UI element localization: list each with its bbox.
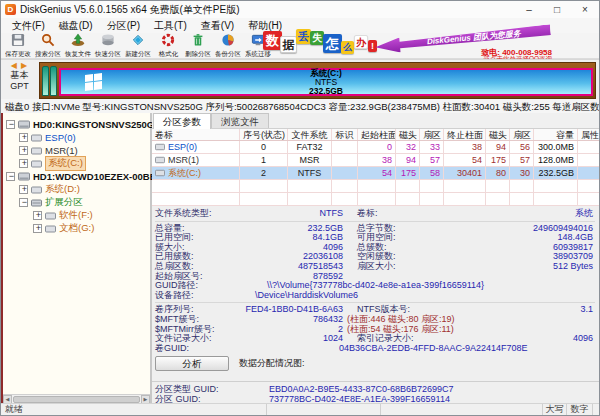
- app-logo-icon: D: [5, 4, 16, 15]
- tree-item-esp[interactable]: ESP(0): [3, 131, 150, 144]
- format-icon: [161, 33, 175, 49]
- analyze-button[interactable]: 分析: [155, 356, 229, 371]
- search-partition-button[interactable]: 搜索分区: [33, 33, 63, 58]
- status-bar: 就绪 大写 数字: [1, 403, 599, 415]
- search-icon: [41, 33, 55, 49]
- quick-partition-button[interactable]: 快速分区: [93, 33, 123, 58]
- title-bar: D DiskGenius V5.6.0.1565 x64 免费版(单文件PE版)…: [1, 1, 599, 18]
- partition-icon: [155, 156, 165, 164]
- analyze-bar: 分析 数据分配情况图:: [155, 356, 599, 371]
- resize-grip[interactable]: [592, 404, 599, 415]
- expand-toggle-icon[interactable]: [19, 198, 28, 207]
- tab-partition-params[interactable]: 分区参数: [153, 113, 211, 129]
- partition-icon: [155, 143, 165, 151]
- menu-disk[interactable]: 磁盘(D): [52, 18, 100, 33]
- expand-toggle-icon[interactable]: [19, 185, 28, 194]
- recover-icon: [71, 33, 85, 49]
- tree-item-documents-g[interactable]: 文档(G:): [3, 222, 150, 235]
- promo-tile: 丢: [296, 29, 311, 44]
- tree-item-system-c[interactable]: 系统(C:): [3, 157, 150, 170]
- partition-size: 232.5GB: [309, 87, 343, 96]
- close-button[interactable]: ×: [571, 2, 599, 18]
- format-button[interactable]: 格式化: [153, 33, 183, 58]
- delete-partition-button[interactable]: 删除分区: [183, 33, 213, 58]
- quick-partition-icon: [101, 33, 115, 49]
- new-partition-button[interactable]: 新建分区: [123, 33, 153, 58]
- status-num-indicator: 数字: [566, 404, 592, 415]
- backup-partition-button[interactable]: 备份分区: [213, 33, 243, 58]
- save-icon: [11, 33, 25, 49]
- partition-icon: [45, 225, 56, 233]
- tree-item-extended[interactable]: 扩展分区: [3, 196, 150, 209]
- disk-prev-next-arrows[interactable]: ◀ ▶: [1, 61, 38, 70]
- allocation-map-area: [152, 373, 599, 381]
- tree-horizontal-scrollbar[interactable]: ◀ ▶: [3, 394, 150, 403]
- menu-file[interactable]: 文件(F): [5, 18, 52, 33]
- expand-toggle-icon[interactable]: [19, 133, 28, 142]
- filesystem-params: 文件系统类型:NTFS卷标:系统 总容量:232.5GB总字节数:2496094…: [152, 206, 599, 353]
- tab-browse-files[interactable]: 浏览文件: [211, 113, 269, 128]
- expand-toggle-icon[interactable]: [6, 120, 15, 129]
- menu-tools[interactable]: 工具(T): [147, 18, 194, 33]
- maximize-button[interactable]: □: [543, 2, 571, 18]
- recover-files-button[interactable]: 恢复文件: [63, 33, 93, 58]
- table-row-system-c[interactable]: 系统(C:) 2NTFS 5417558 304018030 232.5GB: [152, 167, 599, 180]
- disk-scheme-label: GPT: [1, 81, 38, 92]
- promo-tile: !: [368, 40, 377, 52]
- menu-view[interactable]: 查看(V): [194, 18, 241, 33]
- disk-mode-label: 基本: [1, 70, 38, 81]
- table-header-row: 卷标序号(状态) 文件系统标识 起始柱面磁头 扇区终止柱面 磁头扇区 容量属性: [152, 129, 599, 141]
- promo-tile: 据: [280, 36, 297, 53]
- expand-toggle-icon[interactable]: [19, 159, 28, 168]
- partition-icon: [155, 169, 165, 177]
- partition-icon: [31, 160, 42, 168]
- tree-item-hd0[interactable]: HD0:KINGSTONSNVS250G(233GB): [3, 118, 150, 131]
- table-empty-row: [152, 180, 599, 193]
- allocation-map-label: 数据分配情况图:: [239, 357, 305, 370]
- disk-icon: [18, 120, 30, 129]
- tree-item-hd1[interactable]: HD1:WDCWD10EZEX-00BBHA0(932G: [3, 170, 150, 183]
- minimize-button[interactable]: –: [515, 2, 543, 18]
- toolbar: 保存更改 搜索分区 恢复文件 快速分区 新建分区 格式化 删除分区 备份分区: [1, 33, 599, 59]
- trash-icon: [191, 33, 205, 49]
- promo-banner[interactable]: 数 据 丢 失 怎 么 办 ! DiskGenius 团队为您服务 致电: 40…: [263, 28, 597, 59]
- esp-partition-block[interactable]: [42, 66, 49, 96]
- tree-item-software-f[interactable]: 软件(F:): [3, 209, 150, 222]
- expand-toggle-icon[interactable]: [19, 146, 28, 155]
- expand-toggle-icon[interactable]: [6, 172, 15, 181]
- status-spacer: [380, 404, 542, 415]
- scrollbar-thumb[interactable]: [13, 396, 140, 403]
- new-partition-icon: [131, 33, 145, 49]
- expand-toggle-icon[interactable]: [33, 224, 42, 233]
- partition-icon: [31, 134, 42, 142]
- expand-toggle-icon[interactable]: [33, 211, 42, 220]
- disk-nav: ◀ ▶ 基本 GPT: [1, 60, 38, 100]
- disk-bar: 系统(C:) NTFS 232.5GB: [39, 62, 596, 99]
- window-title: DiskGenius V5.6.0.1565 x64 免费版(单文件PE版): [20, 3, 240, 17]
- msr-partition-block[interactable]: [50, 66, 57, 96]
- status-spacer: [266, 404, 380, 415]
- system-c-partition-block[interactable]: 系统(C:) NTFS 232.5GB: [59, 68, 593, 96]
- pie-backup-icon: [221, 33, 235, 49]
- promo-tile: 怎: [323, 34, 342, 53]
- partition-icon: [31, 147, 42, 155]
- promo-tile: 办: [354, 35, 368, 49]
- partition-icon: [31, 186, 42, 194]
- tree-item-system-d[interactable]: 系统(D:): [3, 183, 150, 196]
- status-caps-indicator: 大写: [542, 404, 566, 415]
- partition-icon: [45, 212, 56, 220]
- table-row-msr[interactable]: MSR(1) 1MSR 389457 5417557 128.0MB: [152, 154, 599, 167]
- table-empty-row: [152, 193, 599, 206]
- disk-icon: [18, 172, 30, 181]
- partition-tree-panel: HD0:KINGSTONSNVS250G(233GB) ESP(0) MSR(1…: [1, 113, 152, 403]
- disk-graphic-panel: ◀ ▶ 基本 GPT 系统(C:) NTFS 232.5GB: [1, 59, 599, 99]
- save-changes-button[interactable]: 保存更改: [3, 33, 33, 58]
- promo-tile: 么: [341, 41, 354, 54]
- extended-partition-icon: [31, 199, 42, 207]
- promo-tile: 失: [310, 31, 324, 45]
- status-ready: 就绪: [1, 404, 266, 415]
- main-panel: 分区参数 浏览文件 卷标序号(状态) 文件系统标识 起始柱面磁头 扇区终止柱面 …: [152, 113, 599, 403]
- menu-partition[interactable]: 分区(P): [100, 18, 147, 33]
- partition-guid-section: 分区类型 GUID:EBD0A0A2-B9E5-4433-87C0-68B6B7…: [152, 381, 599, 403]
- table-row-esp[interactable]: ESP(0) 0FAT32 03233 389456 300.0MB: [152, 141, 599, 154]
